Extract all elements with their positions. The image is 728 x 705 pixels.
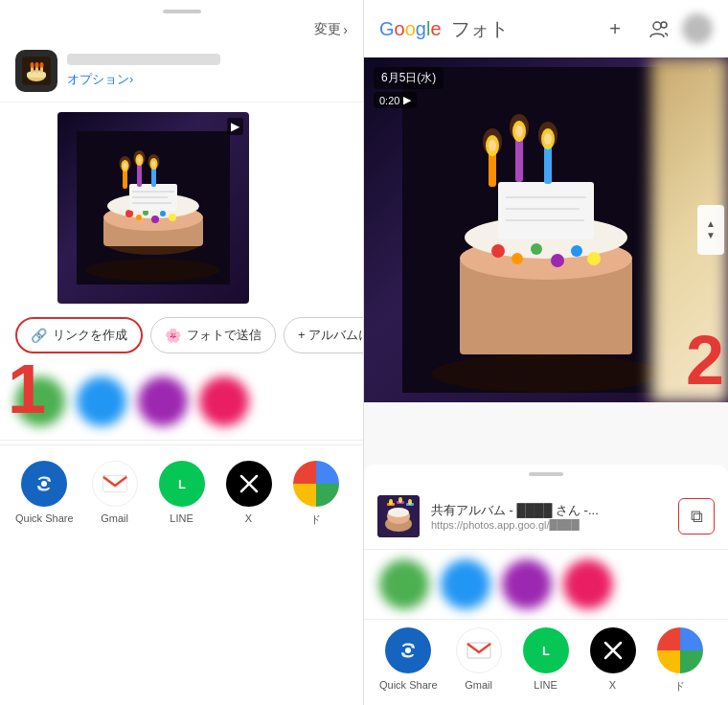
quickshare-icon-right[interactable] [385,627,431,673]
create-link-button[interactable]: 🔗 リンクを作成 [15,317,143,353]
video-badge: ▶ [227,118,243,135]
google-o1: o [395,18,405,40]
share-app-line-right: L LINE [520,627,572,694]
svg-point-78 [398,497,402,503]
action-buttons: 🔗 リンクを作成 🌸 フォトで送信 + アルバムに [0,304,363,367]
google-photos-header: G o o g l e フォト + [364,0,728,57]
annotation-number-1: 1 [8,354,46,423]
right-share-icons: Quick Share Gmail L [364,620,728,705]
svg-point-80 [408,499,412,505]
left-share-icons: Quick Share Gmail L [0,444,363,534]
svg-point-36 [148,154,160,170]
contact-avatar-2 [77,376,126,426]
svg-point-42 [653,22,661,30]
play-icon: ▶ [403,94,411,106]
options-link[interactable]: オプション› [67,71,348,88]
change-arrow: › [343,22,348,37]
app-name-blur [67,54,220,65]
do-icon-right[interactable] [657,627,703,673]
share-app-x-left: X [223,461,275,527]
svg-point-19 [160,211,166,216]
left-contacts-row [0,367,363,436]
divider-2 [0,440,363,441]
cake-image: ▶ [57,112,249,304]
line-icon-left[interactable]: L [159,461,205,507]
nav-up-down-button[interactable]: ▲ ▼ [697,205,724,255]
send-photo-button[interactable]: 🌸 フォトで送信 [150,317,276,353]
right-contact-1 [379,559,429,609]
right-contacts-row [364,550,728,619]
do-label-right: ド [674,679,685,694]
svg-point-82 [405,648,411,653]
gmail-icon-left[interactable] [92,461,138,507]
nav-down-arrow: ▼ [706,231,716,240]
gmail-label-left: Gmail [101,512,128,524]
album-title: 共有アルバム - ████ さん -... [431,502,667,519]
quickshare-label-left: Quick Share [15,512,74,524]
line-label-right: LINE [534,679,557,691]
svg-point-8 [40,62,44,68]
svg-point-15 [125,210,133,217]
main-cake-svg [402,67,690,393]
quickshare-icon-left[interactable] [21,461,67,507]
copy-icon: ⧉ [691,507,703,527]
line-label-left: LINE [170,512,193,524]
svg-point-51 [531,243,542,255]
annotation-number-2: 2 [686,326,724,395]
add-album-button[interactable]: + アルバムに [284,317,363,353]
svg-text:L: L [178,477,186,491]
x-label-left: X [245,512,252,524]
share-app-gmail-right: Gmail [453,627,505,694]
right-share-sheet: 共有アルバム - ████ さん -... https://photos.app… [364,465,728,705]
share-app-quickshare-right: Quick Share [379,627,438,694]
svg-point-62 [483,128,502,155]
people-icon [647,18,668,39]
do-icon-left[interactable] [293,461,339,507]
svg-point-10 [86,259,220,282]
user-avatar[interactable] [682,13,713,44]
video-camera-icon: ▶ [231,120,239,133]
add-button[interactable]: + [598,11,632,46]
svg-point-74 [388,508,409,517]
x-icon-left[interactable] [226,461,272,507]
copy-link-button[interactable]: ⧉ [678,498,715,534]
svg-point-18 [151,216,159,223]
svg-point-49 [491,244,505,258]
left-panel: 変更 › オプション› [0,0,364,705]
share-app-do-right: ド [654,627,706,694]
app-info-row: オプション› [0,46,363,102]
share-app-do-left: ド [290,461,342,527]
google-logo: G o o g l e [379,18,442,40]
svg-text:L: L [542,644,550,658]
x-icon-right[interactable] [590,627,636,673]
svg-point-16 [136,215,142,220]
svg-point-35 [134,150,146,166]
contact-avatar-4 [199,376,249,426]
quickshare-label-right: Quick Share [379,679,438,691]
divider-1 [0,102,363,102]
people-icon-btn[interactable] [640,11,674,46]
right-contact-3 [502,559,552,609]
svg-point-6 [35,62,39,68]
share-app-x-right: X [587,627,639,694]
right-contact-2 [441,559,490,609]
svg-point-50 [512,253,523,264]
svg-point-53 [571,245,582,257]
line-icon-right[interactable]: L [523,627,569,673]
drag-handle[interactable] [163,10,201,13]
video-duration: 0:20 ▶ [374,92,417,108]
gmail-icon-right[interactable] [456,627,502,673]
photo-date: 6月5日(水) [374,67,444,89]
shared-album-row: 共有アルバム - ████ さん -... https://photos.app… [364,488,728,550]
link-button-label: リンクを作成 [53,327,127,344]
svg-point-45 [431,354,661,393]
google-g: G [379,18,395,40]
sheet-handle[interactable] [529,472,563,476]
change-button[interactable]: 変更 › [314,21,348,38]
svg-point-20 [169,214,176,221]
right-contact-4 [563,559,613,609]
photo-area: 6月5日(水) ⋮ 0:20 ▶ ▲ ▼ 2 [364,57,728,402]
photos-title: フォト [451,16,509,42]
x-label-right: X [609,679,616,691]
x-svg-right [603,640,624,661]
